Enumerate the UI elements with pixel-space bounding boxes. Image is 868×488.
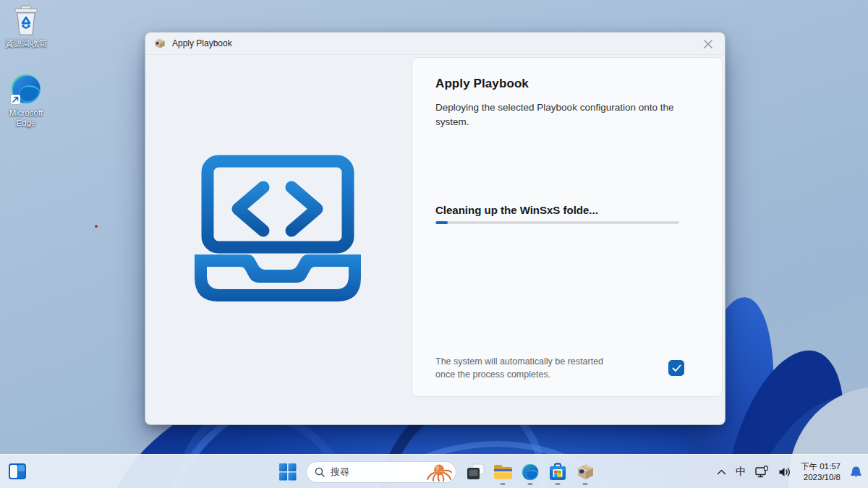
clock[interactable]: 下午 01:57 2023/10/8: [801, 461, 841, 483]
widgets-icon: [8, 463, 27, 480]
bell-icon: [850, 466, 862, 479]
edge-button[interactable]: [516, 458, 544, 487]
search-icon: [315, 467, 325, 477]
window-title: Apply Playbook: [172, 38, 232, 48]
start-button[interactable]: [273, 458, 301, 487]
checkmark-icon: [672, 364, 681, 372]
running-indicator: [583, 483, 588, 485]
file-explorer-icon: [493, 463, 513, 480]
microsoft-store-button[interactable]: [544, 458, 571, 487]
close-button[interactable]: [702, 38, 715, 51]
red-dot-artifact: [95, 225, 98, 228]
window-left-pane: [145, 55, 412, 426]
desktop-icon-recycle-bin[interactable]: 資源回收筒: [3, 4, 49, 48]
task-view-icon: [467, 463, 485, 481]
search-placeholder: 搜尋: [331, 466, 420, 479]
search-highlight-octopus-icon: [425, 462, 453, 482]
clock-date: 2023/10/8: [801, 472, 841, 483]
restart-note: The system will automatically be restart…: [435, 355, 620, 382]
close-icon: [704, 40, 712, 48]
taskbar: 搜尋: [0, 454, 868, 488]
volume-tray-button[interactable]: [778, 466, 791, 478]
ethernet-network-icon: [755, 466, 769, 478]
shortcut-arrow-icon: [11, 95, 20, 104]
apply-playbook-window: Apply Playbook: [145, 32, 726, 425]
task-view-button[interactable]: [461, 458, 489, 487]
running-indicator: [528, 483, 533, 485]
widgets-button[interactable]: [7, 462, 27, 481]
playbook-box-icon: [576, 463, 595, 481]
progress-bar: [435, 221, 679, 224]
search-box[interactable]: 搜尋: [306, 461, 456, 483]
notification-bell-button[interactable]: [850, 466, 862, 479]
progress-status-text: Cleaning up the WinSxS folde...: [435, 204, 699, 216]
desktop: 資源回收筒 Microsof: [0, 0, 868, 488]
network-tray-button[interactable]: [755, 466, 769, 478]
running-indicator: [501, 483, 506, 485]
file-explorer-button[interactable]: [489, 458, 516, 487]
tray-chevron-button[interactable]: [717, 469, 726, 475]
ime-indicator[interactable]: 中: [736, 466, 746, 479]
panel-description: Deploying the selected Playbook configur…: [435, 100, 685, 130]
panel-footer: The system will automatically be restart…: [435, 355, 684, 382]
playbook-box-icon: [154, 38, 166, 49]
window-titlebar[interactable]: Apply Playbook: [145, 33, 725, 55]
ame-playbook-app-button[interactable]: [571, 458, 599, 487]
microsoft-store-icon: [548, 463, 567, 481]
panel-heading: Apply Playbook: [435, 77, 699, 91]
progress-fill: [435, 221, 448, 224]
clock-time: 下午 01:57: [801, 461, 841, 472]
desktop-icon-label: Microsoft Edge: [3, 108, 49, 129]
wizard-panel: Apply Playbook Deploying the selected Pl…: [412, 57, 723, 397]
desktop-icon-edge[interactable]: Microsoft Edge: [3, 72, 49, 129]
recycle-bin-icon: [11, 4, 41, 36]
speaker-icon: [778, 466, 791, 478]
running-indicator: [556, 483, 561, 485]
windows-start-icon: [278, 463, 297, 481]
desktop-icon-label: 資源回收筒: [5, 38, 47, 48]
laptop-code-icon: [192, 145, 366, 314]
chevron-up-icon: [717, 469, 726, 475]
edge-icon: [521, 463, 540, 481]
restart-checkbox[interactable]: [668, 360, 684, 376]
